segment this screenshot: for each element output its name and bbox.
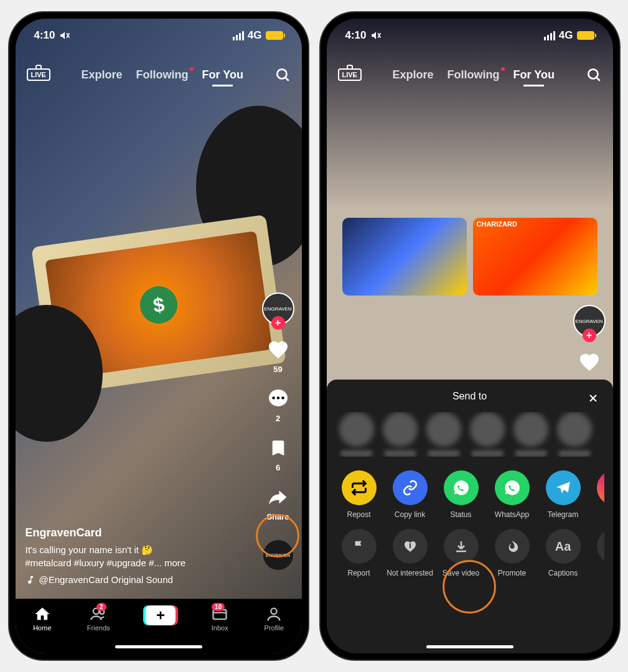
status-bar: 4:10 4G <box>327 19 613 52</box>
status-bar: 4:10 4G <box>16 19 302 52</box>
highlight-share-annotation <box>256 514 299 558</box>
battery-icon <box>266 31 283 40</box>
network-label: 4G <box>248 29 262 42</box>
contact-item[interactable] <box>513 412 548 457</box>
bookmark-button[interactable]: 6 <box>266 436 291 472</box>
signal-icon <box>233 31 244 40</box>
phone-left: 4:10 4G $ LIVE Explore Following For You… <box>9 12 308 660</box>
follow-plus-icon[interactable]: + <box>271 316 285 330</box>
nav-post[interactable]: + <box>146 605 176 625</box>
card-preview-1 <box>342 218 467 296</box>
like-button[interactable]: 59 <box>266 337 291 374</box>
contact-item[interactable] <box>426 412 461 457</box>
share-apps-row: Repost Copy link Status WhatsApp Telegra… <box>335 470 604 519</box>
tab-following[interactable]: Following <box>448 68 500 82</box>
share-duet[interactable]: Due <box>591 529 604 577</box>
post-plus-icon: + <box>146 605 176 625</box>
home-indicator[interactable] <box>115 645 202 648</box>
tab-following[interactable]: Following <box>136 68 189 82</box>
contact-item[interactable] <box>339 412 374 457</box>
share-promote[interactable]: Promote <box>489 529 536 577</box>
nav-friends[interactable]: 2 Friends <box>87 605 110 632</box>
top-nav: LIVE Explore Following For You <box>16 56 302 93</box>
search-icon[interactable] <box>274 67 291 83</box>
music-icon <box>26 575 35 585</box>
share-copy-link[interactable]: Copy link <box>387 470 434 519</box>
svg-point-8 <box>271 609 277 614</box>
share-sheet-title: Send to <box>452 391 487 402</box>
creator-avatar[interactable]: ENGRAVEN + <box>262 292 294 325</box>
signal-icon <box>544 31 555 40</box>
svg-point-4 <box>281 396 284 399</box>
contact-item[interactable] <box>557 412 592 457</box>
top-nav: LIVE Explore Following For You <box>327 56 613 93</box>
highlight-save-annotation <box>443 560 496 614</box>
live-button[interactable]: LIVE <box>27 68 50 81</box>
follow-plus-icon[interactable]: + <box>583 329 596 342</box>
tab-for-you[interactable]: For You <box>513 68 555 82</box>
mute-icon <box>59 30 70 41</box>
tab-explore[interactable]: Explore <box>393 68 434 82</box>
nav-profile[interactable]: Profile <box>265 605 284 632</box>
contact-item[interactable] <box>383 412 418 457</box>
like-button[interactable] <box>577 350 602 375</box>
search-icon[interactable] <box>586 67 602 83</box>
status-time: 4:10 <box>345 29 367 42</box>
video-overlay-text: EngravenCard It's calling your name isn'… <box>26 526 240 585</box>
svg-point-0 <box>277 69 286 78</box>
card-preview-2 <box>473 218 598 296</box>
tab-for-you[interactable]: For You <box>202 68 243 82</box>
svg-rect-7 <box>213 610 227 619</box>
contact-item[interactable] <box>470 412 505 457</box>
status-time: 4:10 <box>34 29 55 42</box>
nav-inbox[interactable]: 10 Inbox <box>211 605 228 632</box>
sound-row[interactable]: @EngravenCard Original Sound <box>26 574 240 585</box>
share-status[interactable]: Status <box>438 470 485 519</box>
battery-icon <box>577 31 594 40</box>
nav-home[interactable]: Home <box>33 605 51 632</box>
live-button[interactable]: LIVE <box>338 68 362 81</box>
share-repost[interactable]: Repost <box>335 470 383 519</box>
share-captions[interactable]: AaCaptions <box>540 529 587 577</box>
share-telegram[interactable]: Telegram <box>540 470 587 519</box>
svg-point-9 <box>588 69 598 78</box>
share-stories[interactable]: Storie <box>591 470 604 519</box>
close-icon[interactable] <box>586 391 601 406</box>
comment-button[interactable]: 2 <box>266 386 291 423</box>
phone-right: 4:10 4G LIVE Explore Following For You E… <box>321 12 619 660</box>
svg-point-3 <box>276 396 279 399</box>
creator-avatar[interactable]: ENGRAVEN + <box>573 305 606 337</box>
caption[interactable]: It's calling your name isn't it 🤔 #metal… <box>26 543 240 569</box>
svg-point-2 <box>272 396 275 399</box>
contacts-row <box>335 412 604 457</box>
share-not-interested[interactable]: Not interested <box>387 529 434 577</box>
share-report[interactable]: Report <box>335 529 383 577</box>
bookmark-count: 6 <box>276 463 280 472</box>
share-whatsapp[interactable]: WhatsApp <box>489 470 536 519</box>
home-indicator[interactable] <box>426 645 513 648</box>
action-column: ENGRAVEN + <box>573 305 606 375</box>
network-label: 4G <box>559 29 573 42</box>
comment-count: 2 <box>276 414 280 423</box>
mute-icon <box>370 30 382 41</box>
like-count: 59 <box>273 365 282 374</box>
username[interactable]: EngravenCard <box>26 526 240 539</box>
tab-explore[interactable]: Explore <box>82 68 123 82</box>
